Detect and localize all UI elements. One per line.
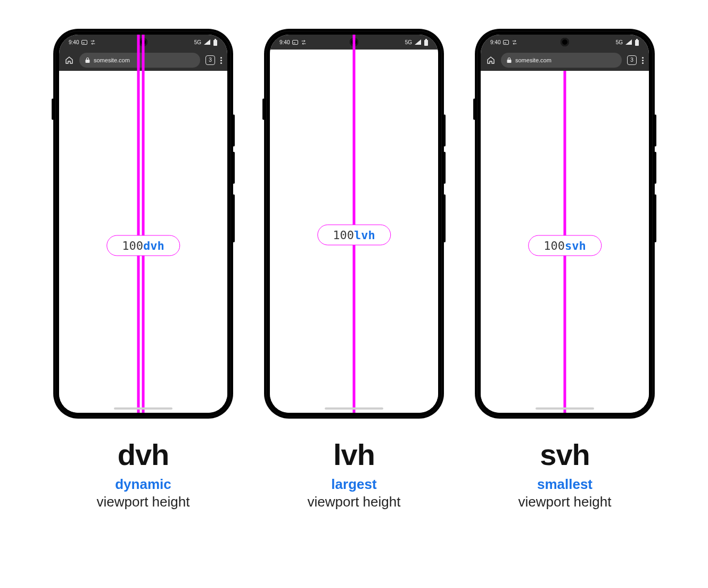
- svg-rect-0: [82, 40, 87, 44]
- browser-toolbar: somesite.com 3: [481, 50, 649, 71]
- swap-icon: [301, 39, 307, 45]
- height-guide-line: [142, 35, 145, 413]
- caption: lvh largest viewport height: [308, 437, 401, 510]
- overflow-menu-icon[interactable]: [642, 57, 644, 64]
- card-icon: [503, 40, 509, 45]
- side-key: [52, 99, 54, 120]
- svg-rect-7: [424, 40, 428, 46]
- volume-down-button: [443, 152, 446, 184]
- network-label: 5G: [405, 39, 412, 45]
- caption: svh smallest viewport height: [518, 437, 612, 510]
- caption-heading: lvh: [308, 437, 401, 472]
- volume-up-button: [654, 115, 656, 146]
- lock-icon: [85, 57, 90, 63]
- side-key: [473, 99, 475, 120]
- volume-up-button: [233, 115, 235, 146]
- height-number: 100: [122, 239, 143, 252]
- svg-rect-12: [636, 39, 638, 40]
- height-unit: svh: [565, 239, 586, 252]
- volume-down-button: [654, 152, 656, 184]
- svg-rect-1: [83, 43, 85, 43]
- phone-screen: 9:40 5G somesite.com 3: [59, 35, 227, 413]
- gesture-nav-bar: [114, 407, 172, 410]
- svg-rect-4: [86, 60, 90, 63]
- svg-rect-2: [213, 40, 217, 46]
- viewport-example-svh: 9:40 5G somesite.com 3: [475, 29, 654, 510]
- battery-icon: [213, 39, 218, 46]
- status-time: 9:40: [69, 39, 79, 45]
- caption-subtext: viewport height: [518, 494, 612, 510]
- svg-rect-8: [425, 39, 427, 40]
- tab-switcher[interactable]: 3: [627, 55, 637, 65]
- height-unit: lvh: [354, 228, 375, 242]
- battery-icon: [635, 39, 639, 46]
- height-value-pill: 100dvh: [106, 235, 180, 256]
- svg-rect-5: [293, 40, 298, 44]
- overflow-menu-icon[interactable]: [220, 57, 222, 64]
- phone-screen: 9:40 5G somesite.com 3: [481, 35, 649, 413]
- card-icon: [292, 40, 298, 45]
- caption-subtext: viewport height: [308, 494, 401, 510]
- height-guide-line: [353, 35, 356, 413]
- caption: dvh dynamic viewport height: [97, 437, 190, 510]
- url-text: somesite.com: [94, 57, 130, 63]
- url-text: somesite.com: [515, 57, 551, 63]
- caption-keyword: smallest: [518, 476, 612, 493]
- status-time: 9:40: [490, 39, 500, 45]
- network-label: 5G: [616, 39, 623, 45]
- caption-keyword: largest: [308, 476, 401, 493]
- caption-subtext: viewport height: [97, 494, 190, 510]
- status-bar: 9:40 5G: [481, 35, 649, 50]
- height-number: 100: [333, 228, 354, 242]
- viewport-example-lvh: 9:40 5G 100lvh: [265, 29, 443, 510]
- volume-down-button: [233, 152, 235, 184]
- caption-heading: dvh: [97, 437, 190, 472]
- side-key: [262, 99, 265, 120]
- power-button: [233, 194, 235, 242]
- home-icon[interactable]: [486, 55, 496, 65]
- height-unit: dvh: [143, 239, 164, 252]
- battery-icon: [424, 39, 429, 46]
- height-number: 100: [544, 239, 565, 252]
- url-bar[interactable]: somesite.com: [501, 53, 622, 68]
- status-time: 9:40: [279, 39, 290, 45]
- svg-rect-10: [504, 43, 506, 43]
- svg-rect-13: [507, 60, 512, 63]
- svg-rect-11: [635, 40, 639, 46]
- power-button: [443, 194, 446, 242]
- page-content: 100dvh: [59, 71, 227, 413]
- height-value-pill: 100lvh: [317, 225, 391, 246]
- svg-rect-9: [504, 40, 509, 44]
- signal-icon: [415, 39, 421, 45]
- phone-frame: 9:40 5G 100lvh: [265, 29, 443, 418]
- phone-frame: 9:40 5G somesite.com 3: [54, 29, 233, 418]
- phone-screen: 9:40 5G 100lvh: [270, 35, 438, 413]
- signal-icon: [204, 39, 210, 45]
- swap-icon: [90, 39, 96, 45]
- caption-heading: svh: [518, 437, 612, 472]
- volume-up-button: [443, 115, 446, 146]
- svg-rect-6: [293, 43, 295, 43]
- page-content: 100svh: [481, 71, 649, 413]
- power-button: [654, 194, 656, 242]
- height-value-pill: 100svh: [528, 235, 602, 256]
- phone-frame: 9:40 5G somesite.com 3: [475, 29, 654, 418]
- caption-keyword: dynamic: [97, 476, 190, 493]
- viewport-example-dvh: 9:40 5G somesite.com 3: [54, 29, 233, 510]
- lock-icon: [506, 57, 512, 63]
- home-icon[interactable]: [64, 55, 74, 65]
- signal-icon: [625, 39, 632, 45]
- network-label: 5G: [194, 39, 201, 45]
- gesture-nav-bar: [325, 407, 383, 410]
- url-bar[interactable]: somesite.com: [79, 53, 200, 68]
- tab-switcher[interactable]: 3: [205, 55, 215, 65]
- swap-icon: [512, 39, 517, 45]
- gesture-nav-bar: [536, 407, 594, 410]
- svg-rect-3: [215, 39, 216, 40]
- page-content: 100lvh: [270, 50, 438, 413]
- front-camera: [561, 38, 569, 46]
- card-icon: [81, 40, 87, 45]
